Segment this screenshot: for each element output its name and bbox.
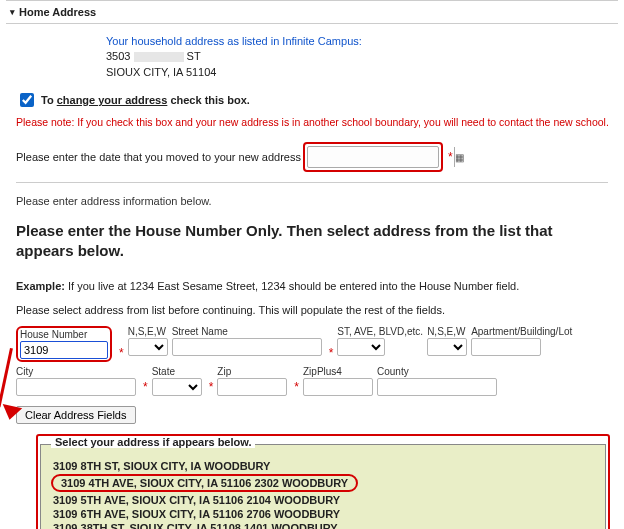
zip-input[interactable] [217,378,287,396]
required-asterisk: * [143,380,148,394]
apt-label: Apartment/Building/Lot [471,326,572,337]
nsew2-label: N,S,E,W [427,326,467,337]
household-address-block: Your household address as listed in Infi… [106,34,618,80]
zip-label: Zip [217,366,287,377]
clear-address-button[interactable]: Clear Address Fields [16,406,136,424]
city-label: City [16,366,136,377]
move-date-highlight: ▦ [303,142,443,172]
main-instruction: Please enter the House Number Only. Then… [16,221,608,260]
household-line1-suffix: ST [187,50,201,62]
county-input[interactable] [377,378,497,396]
address-result-item[interactable]: 3109 8TH ST, SIOUX CITY, IA WOODBURY [51,457,272,475]
zip4-label: ZipPlus4 [303,366,373,377]
arrow-annotation [10,348,13,408]
change-address-row: To change your address check this box. [16,90,618,110]
street-name-label: Street Name [172,326,322,337]
household-line1-number: 3503 [106,50,130,62]
required-asterisk: * [448,150,453,164]
nsew1-label: N,S,E,W [128,326,168,337]
county-label: County [377,366,497,377]
household-line2: SIOUX CITY, IA 51104 [106,65,618,80]
household-intro: Your household address as listed in Infi… [106,34,618,49]
st-ave-select[interactable] [337,338,385,356]
address-fields-row2: City * State * Zip * ZipPlus4 County [16,366,618,396]
house-number-highlight: House Number [16,326,112,362]
pre-select-note: Please select address from list before c… [16,304,618,316]
state-select[interactable] [152,378,202,396]
move-date-row: Please enter the date that you moved to … [16,142,618,172]
address-info-label: Please enter address information below. [16,195,618,207]
calendar-icon[interactable]: ▦ [454,147,464,167]
state-label: State [152,366,202,377]
section-header[interactable]: ▾ Home Address [6,0,618,24]
zip4-input[interactable] [303,378,373,396]
example-text: Example: If you live at 1234 East Sesame… [16,280,618,292]
divider [16,182,608,183]
address-result-item[interactable]: 3109 4TH AVE, SIOUX CITY, IA 51106 2302 … [51,474,358,492]
change-address-checkbox[interactable] [20,93,34,107]
required-asterisk: * [329,346,334,360]
move-date-label: Please enter the date that you moved to … [16,151,301,163]
collapse-icon: ▾ [10,7,15,17]
required-asterisk: * [294,380,299,394]
boundary-warning: Please note: If you check this box and y… [16,116,618,128]
address-fields-row1: House Number * N,S,E,W Street Name * ST,… [16,326,618,362]
address-results-fieldset: Select your address if appears below. 31… [40,438,606,529]
st-ave-label: ST, AVE, BLVD,etc. [337,326,423,337]
house-number-label: House Number [20,329,108,340]
house-number-input[interactable] [20,341,108,359]
address-result-item[interactable]: 3109 38TH ST, SIOUX CITY, IA 51108 1401 … [51,519,340,529]
move-date-input[interactable] [308,151,454,163]
section-title: Home Address [19,6,96,18]
city-input[interactable] [16,378,136,396]
street-name-input[interactable] [172,338,322,356]
results-legend: Select your address if appears below. [51,436,255,448]
redacted-street-segment [134,52,184,62]
results-highlight: Select your address if appears below. 31… [36,434,610,529]
apt-input[interactable] [471,338,541,356]
nsew2-select[interactable] [427,338,467,356]
change-address-label: To change your address check this box. [41,94,250,106]
nsew1-select[interactable] [128,338,168,356]
required-asterisk: * [209,380,214,394]
required-asterisk: * [119,346,124,360]
